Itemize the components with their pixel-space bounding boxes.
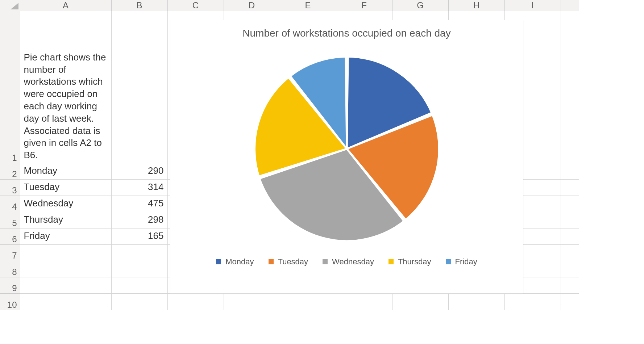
cell-A3[interactable]: Tuesday (20, 180, 111, 196)
chart-plot-area (178, 42, 516, 256)
select-all-corner[interactable] (0, 0, 20, 11)
row-header-8[interactable]: 8 (0, 261, 20, 277)
spreadsheet-viewport: A B C D E F G H I 1 Pie chart shows the … (0, 0, 644, 344)
legend-swatch-icon (323, 259, 328, 264)
cell-A1[interactable]: Pie chart shows the number of workstatio… (20, 11, 111, 163)
cell-C10[interactable] (167, 294, 224, 310)
cell-overflow-5[interactable] (561, 212, 579, 228)
cell-overflow-2[interactable] (561, 163, 579, 180)
col-header-C[interactable]: C (167, 0, 224, 11)
col-header-I[interactable]: I (504, 0, 561, 11)
cell-A5[interactable]: Thursday (20, 212, 111, 228)
col-header-D[interactable]: D (224, 0, 280, 11)
embedded-chart[interactable]: Number of workstations occupied on each … (170, 20, 523, 294)
cell-B2[interactable]: 290 (111, 163, 167, 180)
row-header-10[interactable]: 10 (0, 294, 20, 310)
cell-B8[interactable] (111, 261, 167, 277)
cell-A9[interactable] (20, 277, 111, 294)
row-header-9[interactable]: 9 (0, 277, 20, 294)
row-header-1[interactable]: 1 (0, 11, 20, 163)
col-header-overflow[interactable] (561, 0, 579, 11)
col-header-H[interactable]: H (448, 0, 504, 11)
cell-B7[interactable] (111, 245, 167, 261)
cell-A6[interactable]: Friday (20, 228, 111, 245)
col-header-E[interactable]: E (280, 0, 336, 11)
cell-E10[interactable] (280, 294, 336, 310)
cell-A10[interactable] (20, 294, 111, 310)
legend-item-monday[interactable]: Monday (216, 257, 254, 267)
legend-label: Tuesday (278, 257, 308, 267)
cell-B1[interactable] (111, 11, 167, 163)
legend-swatch-icon (216, 259, 221, 264)
legend-label: Monday (225, 257, 254, 267)
row-header-4[interactable]: 4 (0, 196, 20, 212)
cell-A4[interactable]: Wednesday (20, 196, 111, 212)
row-header-2[interactable]: 2 (0, 163, 20, 180)
legend-swatch-icon (389, 259, 394, 264)
cell-overflow-9[interactable] (561, 277, 579, 294)
col-header-G[interactable]: G (392, 0, 448, 11)
cell-B4[interactable]: 475 (111, 196, 167, 212)
pie-chart-svg (245, 47, 448, 250)
legend-item-wednesday[interactable]: Wednesday (323, 257, 374, 267)
cell-H10[interactable] (448, 294, 504, 310)
cell-B3[interactable]: 314 (111, 180, 167, 196)
col-header-A[interactable]: A (20, 0, 111, 11)
legend-item-tuesday[interactable]: Tuesday (269, 257, 308, 267)
row-header-7[interactable]: 7 (0, 245, 20, 261)
row-header-6[interactable]: 6 (0, 228, 20, 245)
cell-F10[interactable] (336, 294, 392, 310)
cell-B10[interactable] (111, 294, 167, 310)
cell-overflow-10[interactable] (561, 294, 579, 310)
cell-A8[interactable] (20, 261, 111, 277)
cell-overflow-1[interactable] (561, 11, 579, 163)
cell-overflow-7[interactable] (561, 245, 579, 261)
cell-overflow-8[interactable] (561, 261, 579, 277)
legend-label: Friday (455, 257, 477, 267)
legend-swatch-icon (269, 259, 274, 264)
chart-legend: MondayTuesdayWednesdayThursdayFriday (178, 257, 516, 267)
legend-item-friday[interactable]: Friday (446, 257, 477, 267)
cell-I10[interactable] (504, 294, 561, 310)
legend-label: Thursday (398, 257, 431, 267)
legend-label: Wednesday (332, 257, 374, 267)
row-header-5[interactable]: 5 (0, 212, 20, 228)
cell-B5[interactable]: 298 (111, 212, 167, 228)
col-header-F[interactable]: F (336, 0, 392, 11)
cell-B6[interactable]: 165 (111, 228, 167, 245)
cell-B9[interactable] (111, 277, 167, 294)
row-header-3[interactable]: 3 (0, 180, 20, 196)
legend-item-thursday[interactable]: Thursday (389, 257, 431, 267)
cell-overflow-3[interactable] (561, 180, 579, 196)
cell-D10[interactable] (224, 294, 280, 310)
cell-A7[interactable] (20, 245, 111, 261)
cell-overflow-4[interactable] (561, 196, 579, 212)
col-header-B[interactable]: B (111, 0, 167, 11)
chart-title: Number of workstations occupied on each … (178, 28, 516, 39)
legend-swatch-icon (446, 259, 451, 264)
cell-overflow-6[interactable] (561, 228, 579, 245)
cell-G10[interactable] (392, 294, 448, 310)
cell-A2[interactable]: Monday (20, 163, 111, 180)
